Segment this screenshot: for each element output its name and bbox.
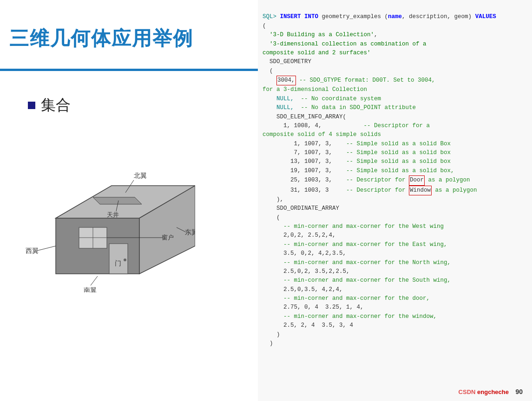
svg-text:南翼: 南翼 bbox=[84, 286, 97, 292]
svg-point-8 bbox=[124, 259, 126, 261]
csdn-logo: CSDN bbox=[459, 388, 476, 395]
svg-line-15 bbox=[37, 246, 56, 251]
author-name: engcheche bbox=[477, 388, 509, 395]
page-title: 三维几何体应用举例 bbox=[9, 26, 193, 52]
section-divider bbox=[0, 69, 260, 71]
svg-text:西翼: 西翼 bbox=[26, 247, 39, 254]
svg-text:北翼: 北翼 bbox=[134, 172, 147, 179]
right-panel: SQL> INSERT INTO geometry_examples (name… bbox=[258, 0, 532, 401]
code-content: SQL> INSERT INTO geometry_examples (name… bbox=[263, 4, 527, 357]
svg-text:天井: 天井 bbox=[107, 211, 119, 218]
building-diagram: 北翼 南翼 东翼 西翼 天井 窗户 门 bbox=[19, 125, 195, 292]
svg-text:窗户: 窗户 bbox=[162, 234, 174, 241]
left-panel: 三维几何体应用举例 集合 北翼 bbox=[0, 0, 260, 401]
svg-text:门: 门 bbox=[115, 259, 121, 267]
footer: CSDN engcheche 90 bbox=[459, 388, 523, 395]
bullet-icon bbox=[28, 102, 35, 109]
page-number: 90 bbox=[515, 388, 523, 395]
svg-text:东翼: 东翼 bbox=[185, 228, 195, 236]
section-label: 集合 bbox=[41, 95, 71, 116]
svg-line-11 bbox=[91, 276, 98, 285]
svg-marker-3 bbox=[93, 197, 142, 204]
section-heading: 集合 bbox=[28, 95, 71, 116]
